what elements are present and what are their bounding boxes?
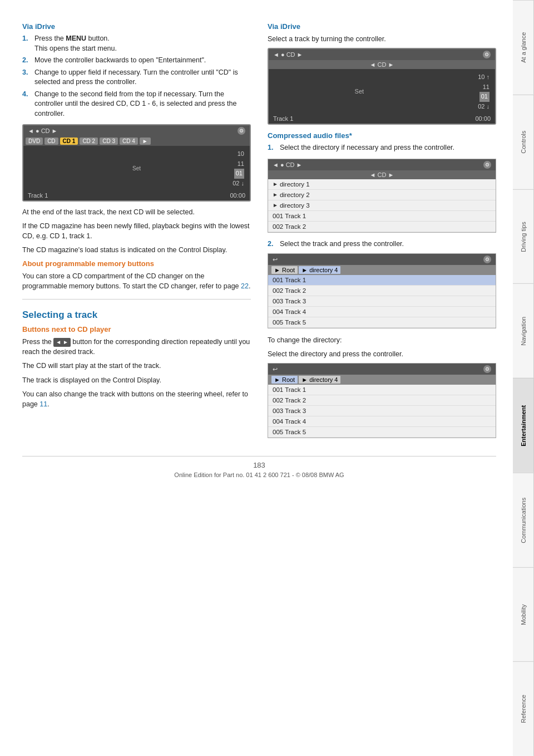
path-header-2: ↩ ⚙ <box>268 364 496 375</box>
step-2-num: 2. <box>22 56 32 66</box>
dir-item-1: ► directory 1 <box>268 179 496 190</box>
dir-display-sub: ◄ CD ► <box>268 170 496 179</box>
cd-footer-left: Track 1 00:00 <box>23 190 250 200</box>
path-crumb-root-1: ► Root <box>271 266 298 274</box>
path-item-1-4: 004 Track 4 <box>268 307 496 317</box>
cd-time-left: 00:00 <box>230 192 245 199</box>
tab-mobility[interactable]: Mobility <box>513 567 534 662</box>
step-1: 1. Press the MENU button.This opens the … <box>22 34 251 53</box>
right-via-idrive-text: Select a track by turning the controller… <box>268 34 496 44</box>
path-item-1-3: 003 Track 3 <box>268 296 496 307</box>
path-body-2: 001 Track 1 002 Track 2 003 Track 3 004 … <box>268 385 496 438</box>
path-display-1: ↩ ⚙ ► Root ► directory 4 001 Track 1 002… <box>268 253 496 328</box>
step-4: 4. Change to the second field from the t… <box>22 90 251 119</box>
path-crumb-dir4-2: ► directory 4 <box>299 376 340 384</box>
cd-track-label-right: Track 1 <box>273 115 293 122</box>
path-breadcrumb-1: ► Root ► directory 4 <box>268 265 496 275</box>
cd-time-right: 00:00 <box>475 115 491 122</box>
compressed-step-1-text: Select the directory if necessary and pr… <box>280 143 454 153</box>
back-icon-2: ↩ <box>273 366 278 373</box>
right-via-idrive-title: Via iDrive <box>268 22 496 31</box>
main-content: Via iDrive 1. Press the MENU button.This… <box>0 0 513 756</box>
settings-icon-left: ⚙ <box>238 127 245 135</box>
page-footer: 183 Online Edition for Part no. 01 41 2 … <box>22 456 496 478</box>
compressed-step2-list: 2. Select the track and press the contro… <box>268 239 496 249</box>
cd-tab-cd1: CD 1 <box>60 138 78 145</box>
step-1-num: 1. <box>22 34 32 53</box>
steering-wheel-page-link[interactable]: 11 <box>39 400 47 408</box>
buttons-next-para1: Press the ◄ ► button for the correspondi… <box>22 337 251 357</box>
cd-sub-header-right: ◄ CD ► <box>269 60 495 69</box>
compressed-steps: 1. Select the directory if necessary and… <box>268 143 496 153</box>
cd-body-right: 10 ↑ 11 01 02 ↓ Set <box>269 69 495 114</box>
dir-item-2: ► directory 2 <box>268 190 496 200</box>
cd-header-right-text: ◄ ● CD ► <box>273 51 303 58</box>
active-track-left: 01 <box>234 169 244 179</box>
tab-at-a-glance[interactable]: At a glance <box>513 0 534 95</box>
path-item-2-2: 002 Track 2 <box>268 395 496 406</box>
compressed-step-2: 2. Select the track and press the contro… <box>268 239 496 249</box>
settings-icon-path2: ⚙ <box>483 365 491 373</box>
step-3: 3. Change to upper field if necessary. T… <box>22 68 251 87</box>
step-2-text: Move the controller backwards to open "E… <box>34 56 206 66</box>
end-of-track-text: At the end of the last track, the next C… <box>22 207 251 217</box>
tab-entertainment[interactable]: Entertainment <box>513 378 534 473</box>
cd-body-left: 10 11 01 02 ↓ Set <box>23 146 250 190</box>
path-display-2: ↩ ⚙ ► Root ► directory 4 001 Track 1 002… <box>268 363 496 438</box>
dir-display-body: ► directory 1 ► directory 2 ► directory … <box>268 179 496 232</box>
path-item-1-5: 005 Track 5 <box>268 317 496 328</box>
buttons-next-para3: The track is displayed on the Control Di… <box>22 375 251 385</box>
buttons-next-title: Buttons next to CD player <box>22 325 251 333</box>
selecting-track-title: Selecting a track <box>22 310 251 321</box>
dir-item-3: ► directory 3 <box>268 200 496 211</box>
settings-icon-dir: ⚙ <box>483 161 491 169</box>
path-item-2-4: 004 Track 4 <box>268 416 496 427</box>
compressed-step-1: 1. Select the directory if necessary and… <box>268 143 496 153</box>
set-label-left: Set <box>132 165 141 171</box>
steps-list: 1. Press the MENU button.This opens the … <box>22 34 251 119</box>
path-body-1: 001 Track 1 002 Track 2 003 Track 3 004 … <box>268 275 496 328</box>
path-item-1-2: 002 Track 2 <box>268 286 496 296</box>
cd-display-right: ◄ ● CD ► ⚙ ◄ CD ► 10 ↑ 11 01 02 ↓ Set Tr… <box>268 48 496 125</box>
left-column: Via iDrive 1. Press the MENU button.This… <box>22 22 251 445</box>
dir-display: ◄ ● CD ► ⚙ ◄ CD ► ► directory 1 ► direct… <box>268 159 496 233</box>
buttons-next-para4: You can also change the track with butto… <box>22 389 251 409</box>
online-edition-text: Online Edition for Part no. 01 41 2 600 … <box>22 472 496 478</box>
path-breadcrumb-2: ► Root ► directory 4 <box>268 375 496 385</box>
settings-icon-right: ⚙ <box>483 51 491 58</box>
change-dir-text2: Select the directory and press the contr… <box>268 349 496 359</box>
direction-button-icon: ◄ ► <box>53 338 71 347</box>
tab-driving-tips[interactable]: Driving tips <box>513 189 534 284</box>
compressed-step-1-num: 1. <box>268 143 278 153</box>
dir-item-4: 001 Track 1 <box>268 211 496 222</box>
cd-tab-dvd: DVD <box>26 138 43 145</box>
programmable-page-link[interactable]: 22 <box>241 282 249 290</box>
tab-controls[interactable]: Controls <box>513 95 534 189</box>
dir-arrow-2: ► <box>273 192 278 198</box>
step-3-num: 3. <box>22 68 32 87</box>
active-track-right: 01 <box>479 92 490 102</box>
tab-reference[interactable]: Reference <box>513 661 534 756</box>
change-dir-text1: To change the directory: <box>268 335 496 345</box>
page-number: 183 <box>22 461 496 469</box>
cd-tabs: DVD CD CD 1 CD 2 CD 3 CD 4 ► <box>23 136 250 146</box>
tab-communications[interactable]: Communications <box>513 473 534 567</box>
cd-display-header-right: ◄ ● CD ► ⚙ <box>269 49 495 60</box>
tab-navigation[interactable]: Navigation <box>513 283 534 378</box>
compressed-title: Compressed audio files* <box>268 131 496 140</box>
dir-item-5: 002 Track 2 <box>268 222 496 232</box>
cd-magazine-text: If the CD magazine has been newly filled… <box>22 221 251 241</box>
dir-arrow-1: ► <box>273 181 278 187</box>
compressed-step-2-text: Select the track and press the controlle… <box>280 239 404 249</box>
path-item-2-3: 003 Track 3 <box>268 406 496 416</box>
about-programmable-title: About programmable memory buttons <box>22 259 251 268</box>
settings-icon-path1: ⚙ <box>483 256 491 263</box>
left-via-idrive-title: Via iDrive <box>22 22 251 31</box>
path-item-1-1: 001 Track 1 <box>268 275 496 286</box>
cd-footer-right: Track 1 00:00 <box>269 114 495 124</box>
programmable-text: You can store a CD compartment of the CD… <box>22 271 251 291</box>
cd-display-header-left: ◄ ● CD ► ⚙ <box>23 125 250 136</box>
cd-tab-arrow: ► <box>140 138 151 145</box>
dir-display-header: ◄ ● CD ► ⚙ <box>268 159 496 170</box>
step-3-text: Change to upper field if necessary. Turn… <box>34 68 251 87</box>
